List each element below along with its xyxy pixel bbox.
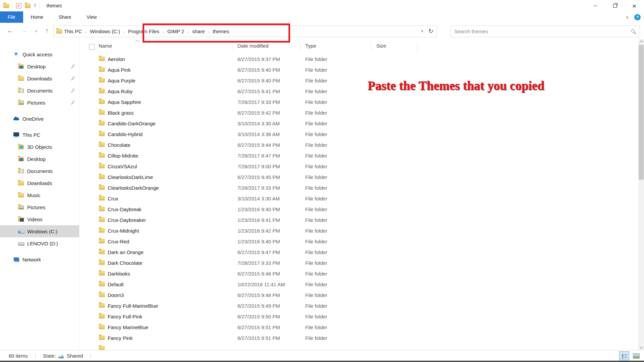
cell-name[interactable]: Crux — [108, 196, 118, 201]
table-row[interactable]: Aqua Pink6/27/2015 9:40 PMFile folder — [79, 64, 638, 75]
minimize-button[interactable] — [586, 0, 605, 11]
table-row[interactable]: Crux-Daybreaker1/23/2016 9:41 PMFile fol… — [79, 215, 638, 225]
column-header-date-modified[interactable]: Date modified — [237, 43, 269, 49]
refresh-icon[interactable]: ↻ — [428, 27, 433, 35]
cell-name[interactable]: Darklooks — [108, 271, 130, 277]
sidebar-item-videos[interactable]: Videos — [0, 213, 79, 225]
sidebar-item-downloads[interactable]: Downloads — [0, 177, 79, 189]
cell-name[interactable]: Crux-Midnight — [108, 228, 139, 234]
help-button[interactable]: ? — [634, 14, 641, 20]
recent-locations-chevron-icon[interactable]: ∨ — [33, 25, 40, 36]
sidebar-item-desktop[interactable]: Desktop — [0, 153, 79, 165]
table-row[interactable]: Crux3/10/2014 3:30 AMFile folder — [79, 193, 638, 204]
sidebar-item-this-pc[interactable]: This PC — [0, 129, 79, 141]
table-row[interactable]: Darklooks6/27/2015 9:48 PMFile folder — [79, 268, 638, 279]
close-button[interactable]: × — [625, 0, 644, 11]
cell-name[interactable]: Crux-Daybreak — [108, 206, 142, 212]
table-row[interactable]: Aerolon6/27/2015 9:37 PMFile folder — [79, 54, 638, 64]
cell-name[interactable]: Candido-Hybrid — [108, 131, 143, 137]
table-row[interactable]: Fancy Pink6/27/2015 9:51 PMFile folder — [79, 333, 638, 343]
cell-name[interactable]: Aqua Purple — [108, 78, 136, 83]
cell-name[interactable]: Fancy Full-Pink — [108, 314, 142, 319]
table-row[interactable]: Dark Chocolate7/28/2017 9:33 PMFile fold… — [79, 257, 638, 268]
column-header-name[interactable]: Name — [99, 43, 112, 49]
cell-name[interactable]: Default — [108, 282, 124, 287]
sidebar-item-music[interactable]: Music — [0, 189, 79, 201]
tab-share[interactable]: Share — [51, 11, 79, 23]
cell-name[interactable]: Fancy Full-MarineBlue — [108, 303, 158, 309]
cell-name[interactable]: Chocolate — [108, 142, 130, 148]
search-input[interactable] — [451, 28, 631, 34]
breadcrumb-chevron-icon[interactable]: › — [84, 30, 88, 34]
scroll-up-arrow-icon[interactable] — [638, 39, 644, 45]
breadcrumb-item-gimp-2[interactable]: GIMP 2 — [165, 28, 186, 34]
column-divider[interactable] — [232, 42, 232, 51]
sidebar-item-network[interactable]: Network — [0, 253, 79, 265]
breadcrumb-item-program-files[interactable]: Program Files — [126, 28, 161, 34]
thumbnails-view-button[interactable] — [631, 351, 641, 360]
sidebar-item-onedrive[interactable]: OneDrive — [0, 113, 79, 125]
breadcrumb-item-this-pc[interactable]: This PC — [62, 28, 84, 34]
column-divider[interactable] — [371, 42, 371, 51]
cell-name[interactable]: Cillop-Midnite — [108, 153, 138, 159]
cell-name[interactable]: Dark Chocolate — [108, 260, 142, 266]
cell-name[interactable]: Doom3 — [108, 292, 124, 298]
scrollbar-thumb[interactable] — [639, 45, 644, 180]
cell-name[interactable]: Candido-DarkOrange — [108, 121, 156, 126]
cell-name[interactable]: Dark an Orange — [108, 249, 144, 255]
table-row[interactable]: Fancy Full-Pink6/27/2015 9:50 PMFile fol… — [79, 311, 638, 322]
table-row[interactable]: Black grass6/27/2015 9:42 PMFile folder — [79, 107, 638, 118]
sidebar-item-desktop[interactable]: Desktop — [0, 60, 79, 72]
table-row[interactable]: CinzaVSAzul7/28/2017 9:00 PMFile folder — [79, 161, 638, 172]
sidebar-item-downloads[interactable]: Downloads — [0, 72, 79, 84]
sidebar-item-pictures[interactable]: Pictures — [0, 97, 79, 109]
table-row[interactable]: Fancy MarineBlue6/27/2015 9:51 PMFile fo… — [79, 322, 638, 333]
table-row[interactable]: Fancy Full-MarineBlue6/27/2015 9:49 PMFi… — [79, 300, 638, 311]
cell-name[interactable]: Crux-Red — [108, 239, 129, 244]
table-row[interactable]: Dark an Orange6/27/2015 9:47 PMFile fold… — [79, 247, 638, 257]
table-row[interactable]: Aqua Purple6/27/2015 9:40 PMFile folder — [79, 75, 638, 86]
checkbox-check-icon[interactable]: ✓ — [16, 3, 21, 8]
cell-name[interactable]: CinzaVSAzul — [108, 164, 137, 169]
cell-name[interactable]: ClearlooksDarkOrange — [108, 185, 159, 191]
breadcrumb-item-share[interactable]: share — [190, 28, 207, 34]
column-divider[interactable] — [417, 42, 417, 51]
table-row[interactable]: ClearlooksDarkLime6/27/2015 9:45 PMFile … — [79, 172, 638, 182]
sidebar-item-documents[interactable]: Documents — [0, 84, 79, 97]
up-button[interactable]: ↑ — [42, 25, 52, 36]
breadcrumb-chevron-icon[interactable]: › — [161, 30, 165, 34]
sidebar-item-quick-access[interactable]: Quick access — [0, 48, 79, 60]
tab-view[interactable]: View — [79, 11, 104, 23]
table-row[interactable]: Crux-Daybreak1/23/2016 9:40 PMFile folde… — [79, 204, 638, 215]
sidebar-item-3d-objects[interactable]: 3D Objects — [0, 141, 79, 153]
cell-name[interactable]: Fancy Pink — [108, 335, 132, 341]
back-button[interactable]: ← — [5, 25, 15, 36]
cell-name[interactable]: Aqua Pink — [108, 67, 130, 73]
breadcrumb-chevron-icon[interactable]: › — [186, 30, 190, 34]
details-view-button[interactable] — [619, 351, 629, 360]
table-row[interactable]: Doom36/27/2015 9:48 PMFile folder — [79, 290, 638, 300]
vertical-scrollbar[interactable] — [638, 39, 644, 350]
cell-name[interactable]: Aqua Sapphire — [108, 99, 141, 105]
sidebar-item-pictures[interactable]: Pictures — [0, 201, 79, 213]
table-row[interactable]: Cillop-Midnite7/28/2017 8:47 PMFile fold… — [79, 150, 638, 161]
sidebar-item-lenovo-d-[interactable]: LENOVO (D:) — [0, 237, 79, 249]
cell-name[interactable]: Aqua Ruby — [108, 88, 132, 94]
column-header-size[interactable]: Size — [376, 43, 386, 49]
table-row[interactable]: ClearlooksDarkOrange7/28/2017 9:33 PMFil… — [79, 182, 638, 193]
cell-name[interactable]: Black grass — [108, 110, 134, 116]
address-dropdown-chevron-icon[interactable]: ∨ — [421, 29, 424, 33]
search-icon[interactable] — [631, 29, 636, 34]
forward-button[interactable]: → — [19, 25, 29, 36]
tab-file[interactable]: File — [0, 11, 23, 23]
scroll-down-arrow-icon[interactable] — [638, 344, 644, 350]
restore-button[interactable] — [605, 0, 625, 11]
breadcrumb-chevron-icon[interactable]: › — [122, 30, 126, 34]
cell-name[interactable]: Fancy MarineBlue — [108, 324, 148, 330]
select-all-checkbox[interactable] — [89, 44, 95, 50]
customize-toolbar-chevron-icon[interactable]: ∨ — [34, 4, 36, 8]
sidebar-item-windows-c-[interactable]: Windows (C:) — [0, 225, 79, 237]
table-row[interactable]: Candido-DarkOrange3/10/2014 3:30 AMFile … — [79, 118, 638, 129]
table-row[interactable]: Crux-Red1/23/2016 9:40 PMFile folder — [79, 236, 638, 247]
column-header-type[interactable]: Type — [305, 43, 316, 49]
